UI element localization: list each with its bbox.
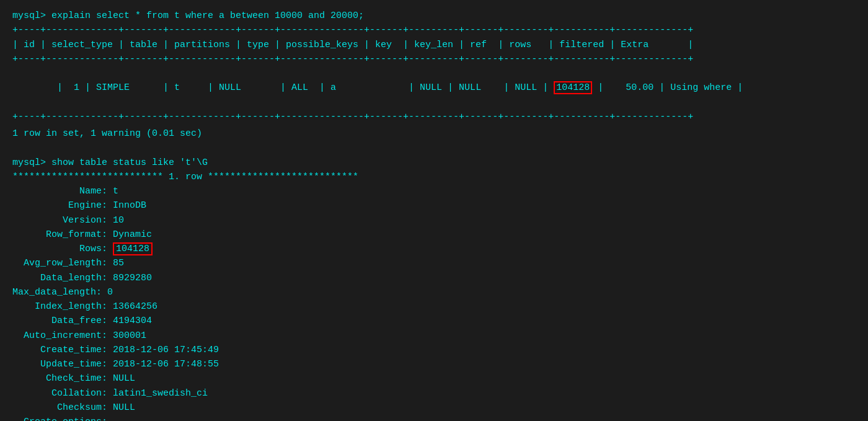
field-name: Name: t xyxy=(12,184,856,198)
table-data-row: | 1 | SIMPLE | t | NULL | ALL | a | NULL… xyxy=(12,66,856,110)
row-after-rows: | 50.00 | Using where | xyxy=(592,82,743,93)
field-auto-increment: Auto_increment: 300001 xyxy=(12,329,856,343)
field-check-time: Check_time: NULL xyxy=(12,371,856,386)
field-max-data-length: Max_data_length: 0 xyxy=(12,285,856,299)
command1-line: mysql> explain select * from t where a b… xyxy=(12,9,856,23)
table-header: | id | select_type | table | partitions … xyxy=(12,38,856,52)
content-area: mysql> explain select * from t where a b… xyxy=(12,9,856,421)
fields-list: Name: t Engine: InnoDB Version: 10 Row_f… xyxy=(12,184,856,421)
field-collation: Collation: latin1_swedish_ci xyxy=(12,386,856,401)
table-sep-top: +----+-------------+-------+------------… xyxy=(12,23,856,37)
field-avg-row-length: Avg_row_length: 85 xyxy=(12,256,856,270)
command2-line: mysql> show table status like 't'\G xyxy=(12,156,856,170)
terminal: mysql> explain select * from t where a b… xyxy=(6,5,862,416)
field-version: Version: 10 xyxy=(12,213,856,228)
table-sep-bot: +----+-------------+-------+------------… xyxy=(12,110,856,124)
field-create-options: Create_options: xyxy=(12,415,856,421)
table-sep-mid: +----+-------------+-------+------------… xyxy=(12,52,856,66)
result1-line: 1 row in set, 1 warning (0.01 sec) xyxy=(12,126,856,141)
field-update-time: Update_time: 2018-12-06 17:48:55 xyxy=(12,357,856,371)
stars-row: *************************** 1. row *****… xyxy=(12,170,856,184)
rows-highlighted-value: 104128 xyxy=(554,81,592,94)
rows-field-highlight: 104128 xyxy=(113,242,153,255)
field-index-length: Index_length: 13664256 xyxy=(12,299,856,314)
row-before-rows: | 1 | SIMPLE | t | NULL | ALL | a | NULL… xyxy=(57,82,554,93)
field-create-time: Create_time: 2018-12-06 17:45:49 xyxy=(12,343,856,357)
field-row-format: Row_format: Dynamic xyxy=(12,228,856,242)
field-data-free: Data_free: 4194304 xyxy=(12,314,856,328)
blank-line xyxy=(12,141,856,155)
explain-table: +----+-------------+-------+------------… xyxy=(12,23,856,124)
field-rows: Rows: 104128 xyxy=(12,242,856,256)
field-checksum: Checksum: NULL xyxy=(12,401,856,415)
field-engine: Engine: InnoDB xyxy=(12,198,856,213)
field-data-length: Data_length: 8929280 xyxy=(12,271,856,285)
